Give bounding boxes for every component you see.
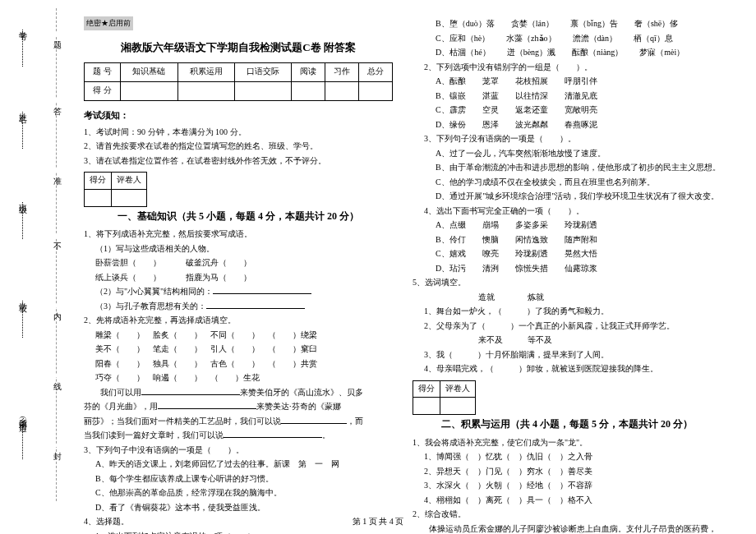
field-school: 学校 (16, 296, 28, 338)
score-cell[interactable] (413, 398, 440, 415)
c2-l5a: A、过了一会儿，汽车突然渐渐地放慢了速度。 (413, 147, 721, 161)
q2: 2、先将成语补充完整，再选择成语填空。 (84, 314, 393, 328)
label-school: 学校 (16, 296, 28, 299)
c2-l1: B、堕（duò）落 贪婪（lán） 禀（bǐng）告 奢（shē）侈 (413, 17, 721, 31)
q1a1: 卧薪尝胆（ ） 破釜沉舟（ ） (84, 256, 393, 270)
c2-l4c: C、霹雳 空灵 返老还童 宽敞明亮 (413, 104, 721, 117)
th-total: 总分 (358, 63, 392, 82)
c2-l4a: A、酝酿 茏罩 花枝招展 呼朋引伴 (413, 75, 721, 89)
q2e: 我们可以用来赞美伯牙的《高山流水》、贝多 (84, 386, 393, 400)
fold-dashed-line (56, 8, 57, 501)
q2f-mid: 来赞美达·芬奇的《蒙娜 (256, 402, 341, 411)
part2-title: 二、积累与运用（共 4 小题，每题 5 分，本题共计 20 分） (413, 417, 721, 433)
q2f: 芬的《月光曲》，用来赞美达·芬奇的《蒙娜 (84, 400, 393, 414)
c2-l5c: C、他的学习成绩不仅在全校拔尖，而且在班里也名列前茅。 (413, 176, 721, 190)
q1a2: 纸上谈兵（ ） 指鹿为马（ ） (84, 271, 393, 285)
th-accum: 积累运用 (177, 63, 234, 82)
q3a: A、昨天的语文课上，刘老师回忆了过去的往事。新课 第 一 网 (84, 458, 393, 472)
field-class: 班级 (16, 197, 28, 239)
c2-l7w2: 来不及 等不及 (413, 334, 721, 348)
q1c: （3）与孔子教育思想有关的： (84, 300, 393, 314)
score-summary-table: 题 号 知识基础 积累运用 口语交际 阅读 习作 总分 得 分 (84, 62, 393, 100)
grader-cell[interactable] (112, 189, 147, 206)
field-student-id: 学号 (16, 25, 28, 67)
cell-blank[interactable] (121, 81, 177, 100)
cell-blank[interactable] (177, 81, 234, 100)
c2-l5d: D、通过开展"城乡环境综合治理"活动，我们学校环境卫生状况有了很大改变。 (413, 190, 721, 204)
grader-cell[interactable] (440, 398, 476, 415)
cell-blank[interactable] (358, 81, 392, 100)
q2b: 美不（ ） 笔走（ ） 引人（ ） （ ）窠臼 (84, 343, 393, 357)
exam-title: 湘教版六年级语文下学期自我检测试题C卷 附答案 (84, 39, 393, 56)
grader-label: 评卷人 (112, 173, 147, 190)
right-column: B、堕（duò）落 贪婪（lán） 禀（bǐng）告 奢（shē）侈 C、应和（… (403, 16, 731, 505)
c2-l4: 2、下列选项中没有错别字的一组是（ ）。 (413, 61, 721, 75)
q2h-pre: 当我们读到一篇好文章时，我们可以说 (84, 430, 224, 440)
c2-l7b: 2、父母亲为了（ ）一个真正的小新凤霞，让我正式拜师学艺。 (413, 320, 721, 334)
blank[interactable] (281, 416, 347, 424)
secret-mark: 绝密★启用前 (84, 16, 133, 30)
q2h: 当我们读到一篇好文章时，我们可以说。 (84, 429, 393, 443)
q1a: （1）写与这些成语相关的人物。 (84, 242, 393, 256)
label-class: 班级 (16, 197, 28, 200)
cell-blank[interactable] (325, 81, 359, 100)
notice-2: 2、请首先按要求在试卷的指定位置填写您的姓名、班级、学号。 (84, 140, 393, 154)
c2-l6d: D、玷污 清洌 惊慌失措 仙露琼浆 (413, 262, 721, 276)
q4a: 1、选出下列加点字注音有误的一项（ ）。 (84, 530, 393, 534)
score-box-1: 得分 评卷人 (84, 172, 147, 206)
left-column: 绝密★启用前 湘教版六年级语文下学期自我检测试题C卷 附答案 题 号 知识基础 … (74, 16, 403, 505)
q3: 3、下列句子中没有语病的一项是（ ）。 (84, 444, 393, 458)
th-index: 题 号 (85, 63, 121, 82)
cell-blank[interactable] (292, 81, 325, 100)
c2-l6c: C、嬉戏 嘹亮 玲珑剔透 晃然大悟 (413, 247, 721, 261)
th-read: 阅读 (292, 63, 325, 82)
seal-text-6: 线 (51, 374, 62, 377)
field-town: 乡镇（街道） (16, 411, 28, 459)
seal-text-5: 内 (51, 304, 62, 307)
c2-l2: C、应和（hè） 水藻（zhǎo） 澹澹（dàn） 栖（qī）息 (413, 32, 721, 46)
blank[interactable] (224, 430, 322, 438)
score-cell[interactable] (85, 189, 112, 206)
seal-text-1: 题 (51, 33, 62, 36)
q1b-text: （2）与"小心翼翼"结构相同的： (95, 287, 213, 296)
label-town: 乡镇（街道） (16, 411, 28, 421)
q2g: 丽莎》；当我们面对一件精美的工艺品时，我们可以说，而 (84, 415, 393, 429)
p2-q1c: 3、水深火（ ）火朝（ ）经地（ ）不容辞 (413, 479, 721, 493)
c2-l5b: B、由于革命潮流的冲击和进步思想的影响，使他形成了初步的民主主义思想。 (413, 161, 721, 175)
label-name: 姓名 (16, 107, 28, 110)
blank[interactable] (141, 387, 240, 395)
blank[interactable] (206, 301, 305, 309)
blank[interactable] (158, 401, 256, 409)
q2e-pre: 我们可以用 (84, 388, 141, 397)
c2-l7w: 造就 炼就 (413, 291, 721, 305)
q2d: 巧夺（ ） 响遏（ ） （ ）生花 (84, 371, 393, 385)
c2-l6: 4、选出下面书写完全正确的一项（ ）。 (413, 205, 721, 219)
c2-l7d: 4、母亲唱完戏，（ ）卸妆，就被送到医院迎接我的降生。 (413, 362, 721, 376)
c2-l5: 3、下列句子没有语病的一项是（ ）。 (413, 132, 721, 146)
c2-l3: D、枯涸（hé） 迸（bèng）溅 酝酿（niàng） 梦寐（mèi） (413, 46, 721, 60)
seal-text-7: 封 (51, 444, 62, 447)
notice-head: 考试须知： (84, 108, 393, 122)
binding-edge: 题 答 准 不 内 线 封 学号 姓名 班级 学校 乡镇（街道） (0, 0, 70, 505)
seal-text-2: 答 (51, 99, 62, 102)
c2-l4d: D、缘份 恩泽 波光粼粼 春燕啄泥 (413, 118, 721, 132)
row-score-label: 得 分 (85, 81, 121, 100)
c2-l6b: B、伶仃 懊脑 闲情逸致 随声附和 (413, 233, 721, 247)
p2-q1d: 4、栩栩如（ ）离死（ ）具一（ ）格不入 (413, 494, 721, 508)
cell-blank[interactable] (234, 81, 291, 100)
blank[interactable] (213, 286, 311, 294)
q2f-pre: 芬的《月光曲》，用 (84, 402, 158, 411)
seal-text-3: 准 (51, 168, 62, 172)
c2-l7a: 1、舞台如一炉火，（ ）了我的勇气和毅力。 (413, 305, 721, 319)
q2a: 雕梁（ ） 脍炙（ ） 不同（ ） （ ）绕梁 (84, 329, 393, 343)
q1c-text: （3）与孔子教育思想有关的： (95, 302, 206, 311)
th-oral: 口语交际 (234, 63, 291, 82)
p2-q1b: 2、异想天（ ）门见（ ）穷水（ ）善尽美 (413, 465, 721, 479)
score-label: 得分 (85, 173, 112, 190)
notice-3: 3、请在试卷指定位置作答，在试卷密封线外作答无效，不予评分。 (84, 154, 393, 168)
c2-l6a: A、点缀 崩塌 多姿多采 玲珑剔透 (413, 219, 721, 232)
q3b: B、每个学生都应该养成上课专心听讲的好习惯。 (84, 472, 393, 486)
part1-title: 一、基础知识（共 5 小题，每题 4 分，本题共计 20 分） (84, 209, 393, 225)
p2-q1a: 1、博闻强（ ）忆犹（ ）仇旧（ ）之入骨 (413, 450, 721, 464)
th-write: 习作 (325, 63, 359, 82)
